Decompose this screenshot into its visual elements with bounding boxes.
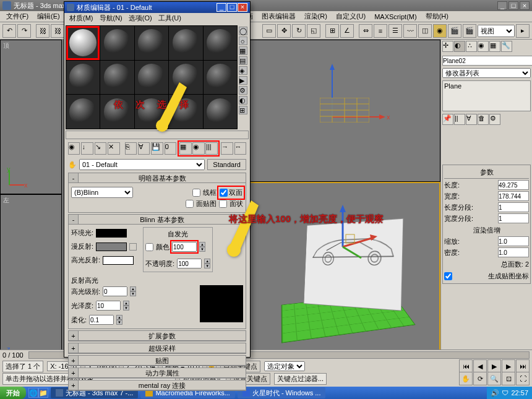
go-sibling-icon[interactable]: ↔ xyxy=(234,142,246,155)
facemap-checkbox[interactable] xyxy=(186,200,194,208)
specular-swatch[interactable] xyxy=(103,256,134,265)
show-map-vp-icon[interactable]: ▦ xyxy=(179,142,192,155)
density-input[interactable] xyxy=(498,247,529,257)
video-check-icon[interactable]: ◈ xyxy=(239,66,247,75)
configure-icon[interactable]: ⚙ xyxy=(489,114,500,125)
material-slot-5[interactable] xyxy=(204,26,237,60)
rollout-toggle[interactable]: - xyxy=(69,173,79,182)
go-parent-icon[interactable]: ||| xyxy=(205,142,218,155)
material-slot-11[interactable] xyxy=(66,95,100,129)
reset-map-icon[interactable]: ✕ xyxy=(108,142,119,155)
diffuse-swatch[interactable] xyxy=(96,242,127,251)
rollout-toggle[interactable]: - xyxy=(69,215,79,224)
key-filter-button[interactable]: 关键点过滤器... xyxy=(274,373,327,385)
select-by-mat-icon[interactable]: ◐ xyxy=(239,96,247,105)
me-menu-navigation[interactable]: 导航(N) xyxy=(97,13,125,24)
selfillum-value-input[interactable] xyxy=(172,242,197,252)
scale-input[interactable] xyxy=(498,236,529,246)
me-menu-utilities[interactable]: 工具(U) xyxy=(156,13,184,24)
me-menu-options[interactable]: 选项(O) xyxy=(126,13,155,24)
backlight-icon[interactable]: ☼ xyxy=(239,36,247,45)
lseg-input[interactable] xyxy=(498,202,529,212)
width-input[interactable] xyxy=(498,191,529,201)
link-button[interactable]: ⛓ xyxy=(36,24,49,38)
menu-file[interactable]: 文件(F) xyxy=(2,11,32,22)
close-button[interactable]: × xyxy=(520,1,530,10)
show-end-result-icon[interactable]: ◉ xyxy=(192,142,205,155)
go-forward-icon[interactable]: → xyxy=(221,142,233,155)
menu-edit[interactable]: 编辑(E) xyxy=(33,11,64,22)
utilities-tab-icon[interactable]: 🔧 xyxy=(501,41,512,52)
viewport-front[interactable]: x xyxy=(249,40,440,182)
align-button[interactable]: ≡ xyxy=(374,24,387,38)
material-slot-10[interactable] xyxy=(204,61,237,95)
make-preview-icon[interactable]: ▶ xyxy=(239,76,247,85)
goto-start-icon[interactable]: ⏮ xyxy=(459,359,473,373)
hierarchy-tab-icon[interactable]: ⛬ xyxy=(466,41,477,52)
key-target-dropdown[interactable]: 选定对象 xyxy=(264,361,305,371)
material-type-button[interactable]: Standard xyxy=(207,159,246,170)
quicklaunch-icon[interactable]: 🌐 xyxy=(28,388,38,398)
layers-button[interactable]: ☰ xyxy=(388,24,402,38)
tray-icon[interactable]: 🛡 xyxy=(502,389,508,397)
render-button[interactable]: ▸ xyxy=(516,24,530,38)
extended-rollout[interactable]: +扩展参数 xyxy=(68,330,246,341)
make-unique-icon[interactable]: ∀ xyxy=(466,114,477,125)
undo-button[interactable]: ↶ xyxy=(2,24,16,38)
start-button[interactable]: 开始 xyxy=(0,387,26,399)
render-setup-button[interactable]: 🎬 xyxy=(448,24,461,38)
menu-maxscript[interactable]: MAXScript(M) xyxy=(371,12,420,21)
menu-graph[interactable]: 图表编辑器 xyxy=(258,11,299,22)
menu-help[interactable]: 帮助(H) xyxy=(422,11,452,22)
menu-render[interactable]: 渲染(R) xyxy=(301,11,331,22)
selfillum-color-checkbox[interactable] xyxy=(145,243,153,251)
rotate-button[interactable]: ↻ xyxy=(292,24,306,38)
mat-id-icon[interactable]: 0 xyxy=(165,142,176,155)
supersample-rollout[interactable]: +超级采样 xyxy=(68,343,246,354)
length-input[interactable] xyxy=(498,180,529,190)
scale-button[interactable]: ◱ xyxy=(307,24,320,38)
redo-button[interactable]: ↷ xyxy=(17,24,31,38)
next-frame-icon[interactable]: ▶ xyxy=(502,359,515,373)
material-slot-2[interactable] xyxy=(100,26,134,60)
tray-icon[interactable]: 🔊 xyxy=(491,389,499,397)
object-name-field[interactable] xyxy=(442,56,532,66)
me-close-button[interactable]: × xyxy=(238,3,247,12)
spec-level-spinner[interactable]: ▲▼ xyxy=(130,286,136,296)
viewport-top[interactable]: 顶 xy xyxy=(0,40,62,194)
options-icon[interactable]: ⚙ xyxy=(239,86,247,95)
arc-rotate-icon[interactable]: ⟳ xyxy=(473,372,487,385)
prev-frame-icon[interactable]: ◀ xyxy=(473,359,487,373)
material-slot-7[interactable] xyxy=(100,61,134,95)
modify-tab-icon[interactable]: ◐ xyxy=(454,41,465,52)
maximize-button[interactable]: □ xyxy=(508,1,518,10)
motion-tab-icon[interactable]: ◉ xyxy=(478,41,489,52)
stack-item[interactable]: Plane xyxy=(444,82,529,90)
minimize-button[interactable]: _ xyxy=(497,1,507,10)
put-to-scene-icon[interactable]: ↓ xyxy=(81,142,93,155)
gen-coords-checkbox[interactable] xyxy=(444,272,452,280)
material-name-dropdown[interactable]: 01 - Default xyxy=(79,159,205,170)
put-to-lib-icon[interactable]: 💾 xyxy=(151,142,163,155)
view-dropdown[interactable]: 视图 xyxy=(478,25,515,37)
material-slot-6[interactable] xyxy=(66,61,100,95)
material-editor-button[interactable]: ◉ xyxy=(433,24,447,38)
spec-level-input[interactable] xyxy=(103,286,127,296)
glossiness-spinner[interactable]: ▲▼ xyxy=(123,301,129,311)
me-menu-material[interactable]: 材质(M) xyxy=(67,13,96,24)
sample-uv-icon[interactable]: ▤ xyxy=(239,56,247,65)
show-result-icon[interactable]: || xyxy=(454,114,465,125)
viewport-perspective[interactable] xyxy=(249,182,440,374)
glossiness-input[interactable] xyxy=(96,301,121,311)
schematic-button[interactable]: ◫ xyxy=(418,24,432,38)
diffuse-map-button[interactable] xyxy=(129,243,137,251)
pick-icon[interactable]: ✋ xyxy=(68,161,77,169)
zoom-extents-icon[interactable]: ⊡ xyxy=(502,372,515,385)
soften-input[interactable] xyxy=(89,315,114,325)
soften-spinner[interactable]: ▲▼ xyxy=(116,315,122,325)
zoom-icon[interactable]: 🔍 xyxy=(487,372,501,385)
make-copy-icon[interactable]: ⎘ xyxy=(125,142,137,155)
make-unique-icon[interactable]: ∀ xyxy=(138,142,150,155)
quick-render-button[interactable]: 🎬 xyxy=(463,24,476,38)
pin-stack-icon[interactable]: 📌 xyxy=(442,114,453,125)
